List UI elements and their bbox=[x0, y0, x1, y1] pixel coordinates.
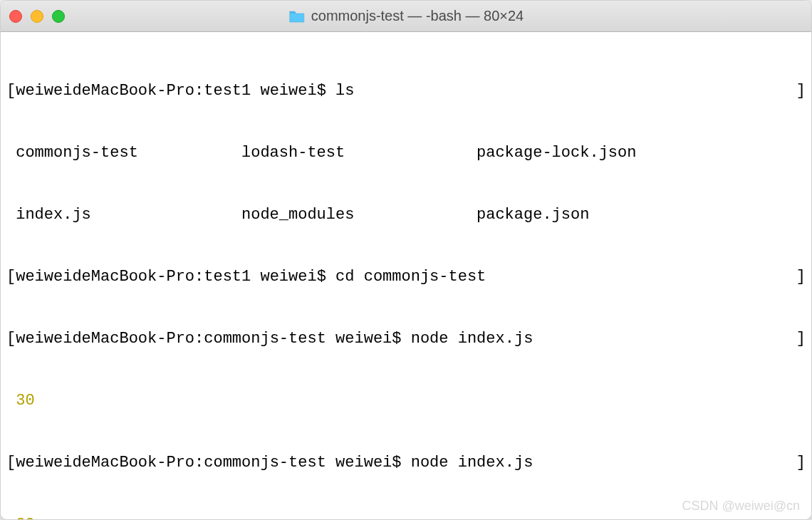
prompt-text: weiweideMacBook-Pro:test1 weiwei$ bbox=[16, 268, 335, 286]
terminal-window: commonjs-test — -bash — 80×24 [weiweideM… bbox=[0, 0, 812, 520]
line-content: weiweideMacBook-Pro:commonjs-test weiwei… bbox=[16, 328, 796, 349]
terminal-body[interactable]: [weiweideMacBook-Pro:test1 weiwei$ ls] c… bbox=[1, 32, 811, 519]
ls-item: commonjs-test bbox=[6, 142, 241, 163]
traffic-lights bbox=[9, 10, 65, 23]
window-title: commonjs-test — -bash — 80×24 bbox=[311, 8, 524, 24]
line-content: weiweideMacBook-Pro:commonjs-test weiwei… bbox=[16, 452, 796, 473]
close-button[interactable] bbox=[9, 10, 22, 23]
command-text: node index.js bbox=[411, 330, 533, 348]
line-content: weiweideMacBook-Pro:test1 weiwei$ cd com… bbox=[16, 266, 796, 287]
terminal-line: [weiweideMacBook-Pro:commonjs-test weiwe… bbox=[6, 452, 806, 473]
bracket-right: ] bbox=[796, 266, 806, 287]
bracket-left: [ bbox=[6, 266, 16, 287]
bracket-left: [ bbox=[6, 452, 16, 473]
window-title-container: commonjs-test — -bash — 80×24 bbox=[288, 8, 524, 24]
watermark: CSDN @weiwei@cn bbox=[682, 499, 800, 514]
ls-item: index.js bbox=[6, 204, 241, 225]
ls-item: package-lock.json bbox=[477, 142, 712, 163]
bracket-left: [ bbox=[6, 328, 16, 349]
minimize-button[interactable] bbox=[31, 10, 43, 23]
command-text: node index.js bbox=[411, 454, 533, 472]
line-content: weiweideMacBook-Pro:test1 weiwei$ ls bbox=[16, 80, 796, 101]
ls-item: node_modules bbox=[241, 204, 477, 225]
bracket-right: ] bbox=[796, 80, 806, 101]
folder-icon bbox=[288, 9, 306, 24]
prompt-text: weiweideMacBook-Pro:commonjs-test weiwei… bbox=[16, 330, 411, 348]
prompt-text: weiweideMacBook-Pro:test1 weiwei$ bbox=[16, 82, 335, 100]
prompt-text: weiweideMacBook-Pro:commonjs-test weiwei… bbox=[16, 454, 411, 472]
terminal-line: [weiweideMacBook-Pro:test1 weiwei$ ls] bbox=[6, 80, 806, 101]
bracket-left: [ bbox=[6, 80, 16, 101]
command-text: cd commonjs-test bbox=[335, 268, 486, 286]
ls-output-row: index.jsnode_modulespackage.json bbox=[6, 204, 806, 225]
bracket-right: ] bbox=[796, 328, 806, 349]
terminal-line: [weiweideMacBook-Pro:commonjs-test weiwe… bbox=[6, 328, 806, 349]
ls-output-row: commonjs-testlodash-testpackage-lock.jso… bbox=[6, 142, 806, 163]
titlebar[interactable]: commonjs-test — -bash — 80×24 bbox=[1, 1, 811, 32]
ls-item: package.json bbox=[477, 204, 712, 225]
output-line: 30 bbox=[6, 514, 806, 519]
maximize-button[interactable] bbox=[52, 10, 65, 23]
command-text: ls bbox=[335, 82, 354, 100]
ls-item: lodash-test bbox=[241, 142, 477, 163]
bracket-right: ] bbox=[796, 452, 806, 473]
terminal-line: [weiweideMacBook-Pro:test1 weiwei$ cd co… bbox=[6, 266, 806, 287]
output-line: 30 bbox=[6, 390, 806, 411]
